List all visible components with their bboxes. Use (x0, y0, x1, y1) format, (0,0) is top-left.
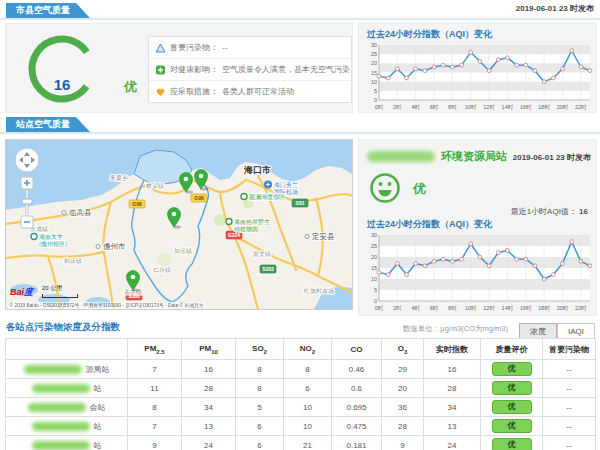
value-cell: 5 (236, 398, 284, 417)
map-controls (13, 147, 41, 233)
svg-text:5: 5 (374, 88, 377, 94)
svg-text:S203: S203 (262, 266, 274, 272)
section-tab-station-label: 站点空气质量 (16, 119, 70, 129)
map-label: 美夏乡 (110, 174, 128, 182)
road-shield: S203 (260, 265, 276, 273)
map-label: 儋州市 (103, 242, 126, 251)
map-zoom-in-button[interactable] (21, 177, 33, 189)
divider (0, 18, 600, 20)
value-cell: 6 (236, 436, 284, 450)
rating-cell: 优 (481, 398, 543, 417)
recent-aqi-label: 最近1小时AQI值： (511, 207, 577, 216)
svg-text:G98: G98 (194, 195, 204, 201)
svg-text:0: 0 (374, 298, 377, 304)
section-tab-station: 站点空气质量 (6, 117, 90, 132)
station-name-redacted (28, 403, 86, 412)
baidu-logo: Bai度 (10, 286, 33, 299)
value-cell: 29 (382, 360, 424, 379)
value-cell: 6 (284, 379, 332, 398)
pollutant-table: PM2.5PM10SO2NO2COO3实时指数质量评价首要污染物 源局站7168… (5, 338, 596, 450)
svg-text:0时: 0时 (375, 104, 384, 110)
svg-text:25: 25 (371, 51, 377, 57)
value-cell: 28 (182, 379, 236, 398)
map-label: 观澜湖度假区 (248, 193, 285, 201)
map-label: 仁兴镇 (153, 266, 171, 273)
svg-text:15: 15 (371, 70, 377, 76)
info-row-health: 对健康影响： 空气质量令人满意，基本无空气污染 (149, 59, 351, 81)
rating-cell: 优 (481, 417, 543, 436)
column-header: CO (332, 339, 382, 360)
map-attribution: © 2019 Baidu - GS(2018)5572号 - 甲测资字11009… (8, 302, 205, 309)
value-cell: 0.46 (332, 360, 382, 379)
svg-text:20时: 20时 (557, 305, 569, 311)
section-tab-city-label: 市县空气质量 (16, 5, 70, 15)
station-name-suffix: 站 (94, 422, 102, 431)
svg-text:18时: 18时 (538, 104, 550, 110)
recent-aqi-value: 16 (579, 207, 588, 216)
station-name-redacted (367, 151, 435, 162)
value-cell: 8 (236, 360, 284, 379)
svg-text:10时: 10时 (465, 305, 477, 311)
value-cell: 11 (128, 379, 182, 398)
station-aqi-level: 优 (413, 180, 426, 198)
table-title: 各站点污染物浓度及分指数 (6, 321, 120, 334)
primary-pollutant-cell: -- (543, 417, 596, 436)
value-cell: 24 (182, 436, 236, 450)
value-cell: 16 (424, 360, 481, 379)
city-chart-panel: 过去24小时分指数（AQI）变化 0510152025300时2时4时6时8时1… (358, 23, 597, 113)
column-header: NO2 (284, 339, 332, 360)
svg-text:20: 20 (371, 60, 377, 66)
svg-text:16时: 16时 (520, 305, 532, 311)
value-cell: 7 (128, 360, 182, 379)
info-value: 空气质量令人满意，基本无空气污染 (222, 64, 350, 75)
table-row: 会站8345100.6953634优-- (6, 398, 596, 417)
station-name-suffix: 源局站 (86, 365, 110, 374)
info-label: 应采取措施： (170, 86, 218, 97)
info-label: 对健康影响： (170, 64, 218, 75)
section-tab-city: 市县空气质量 (6, 3, 90, 18)
value-cell: 6 (236, 417, 284, 436)
aqi-chart-city: 0510152025300时2时4时6时8时10时12时14时16时18时20时… (363, 41, 594, 112)
station-name-redacted (32, 441, 90, 450)
station-recent-aqi: 最近1小时AQI值： 16 (511, 206, 588, 217)
station-map[interactable]: G98G98G224S308S203S81 海口市儋州市临高县定安县桥头镇美夏乡… (5, 139, 353, 310)
map-label: 红旗村农场 (303, 287, 334, 295)
station-name-redacted (32, 422, 90, 431)
map-park (243, 199, 253, 209)
station-name-redacted (24, 365, 82, 374)
map-pan-control[interactable] (15, 148, 39, 172)
value-cell: 9 (382, 436, 424, 450)
road-shield: G224 (226, 231, 242, 239)
value-cell: 8 (128, 398, 182, 417)
info-value: 各类人群可正常活动 (222, 86, 294, 97)
svg-text:22时: 22时 (575, 104, 587, 110)
station-name-cell: 站 (6, 436, 128, 450)
station-name-suffix: 站 (94, 441, 102, 450)
svg-text:25: 25 (371, 243, 377, 249)
info-label: 首要污染物： (170, 42, 218, 53)
rating-cell: 优 (481, 379, 543, 398)
svg-text:4时: 4时 (411, 305, 420, 311)
svg-text:G224: G224 (228, 232, 240, 238)
station-name-suffix: 会站 (90, 403, 106, 412)
svg-text:8时: 8时 (448, 305, 457, 311)
map-zoom-slider-handle[interactable] (22, 199, 32, 204)
station-name: 环境资源局站 (441, 149, 507, 164)
map-zoom-out-button[interactable] (21, 216, 33, 228)
station-chart-title: 过去24小时分指数（AQI）变化 (367, 218, 492, 231)
measures-icon (155, 87, 166, 97)
city-aqi-panel: 16 优 首要污染物： -- 对健康影响： 空气质量令人满意，基本无空气污染 (5, 23, 353, 113)
map-label: 海南大学(儋州校区) (39, 233, 67, 248)
svg-text:5: 5 (374, 287, 377, 293)
road-shield: G98 (129, 200, 145, 208)
svg-text:22时: 22时 (575, 305, 587, 311)
value-cell: 8 (284, 360, 332, 379)
value-cell: 10 (284, 398, 332, 417)
svg-text:14时: 14时 (502, 305, 514, 311)
station-name-cell: 源局站 (6, 360, 128, 379)
map-label: 桥头镇 (145, 183, 164, 189)
svg-text:S81: S81 (296, 200, 305, 206)
station-name-cell: 会站 (6, 398, 128, 417)
value-cell: 24 (424, 436, 481, 450)
quality-badge: 优 (492, 438, 532, 450)
